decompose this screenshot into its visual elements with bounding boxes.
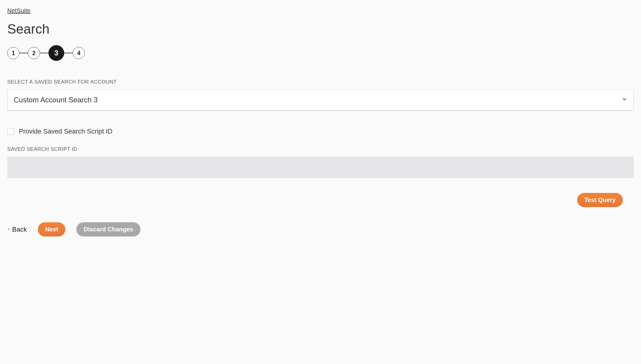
test-query-button[interactable]: Test Query <box>577 193 623 207</box>
saved-search-select[interactable]: Custom Account Search 3 <box>7 89 634 111</box>
step-2[interactable]: 2 <box>28 47 40 59</box>
script-id-checkbox-label: Provide Saved Search Script ID <box>19 127 112 135</box>
script-id-input <box>7 157 634 178</box>
script-id-label: SAVED SEARCH SCRIPT ID <box>7 146 634 152</box>
step-3[interactable]: 3 <box>48 45 64 61</box>
discard-changes-button[interactable]: Discard Changes <box>76 222 140 237</box>
stepper: 1 2 3 4 <box>7 45 634 61</box>
saved-search-select-wrapper: Custom Account Search 3 <box>7 89 634 111</box>
script-id-checkbox[interactable] <box>7 128 14 135</box>
next-button[interactable]: Next <box>38 222 65 237</box>
back-button[interactable]: Back <box>7 226 27 233</box>
page-title: Search <box>7 22 634 37</box>
saved-search-label: SELECT A SAVED SEARCH FOR ACCOUNT <box>7 79 634 85</box>
footer-row: Back Next Discard Changes <box>7 222 634 237</box>
step-4[interactable]: 4 <box>73 47 85 59</box>
step-connector <box>64 53 73 53</box>
breadcrumb-link[interactable]: NetSuite <box>7 7 31 14</box>
script-id-checkbox-row: Provide Saved Search Script ID <box>7 127 634 135</box>
step-1[interactable]: 1 <box>7 47 19 59</box>
chevron-left-icon <box>7 227 10 232</box>
step-connector <box>40 53 48 53</box>
step-connector <box>19 53 28 53</box>
saved-search-value: Custom Account Search 3 <box>14 96 97 104</box>
back-label: Back <box>12 226 27 233</box>
test-query-row: Test Query <box>7 193 634 207</box>
